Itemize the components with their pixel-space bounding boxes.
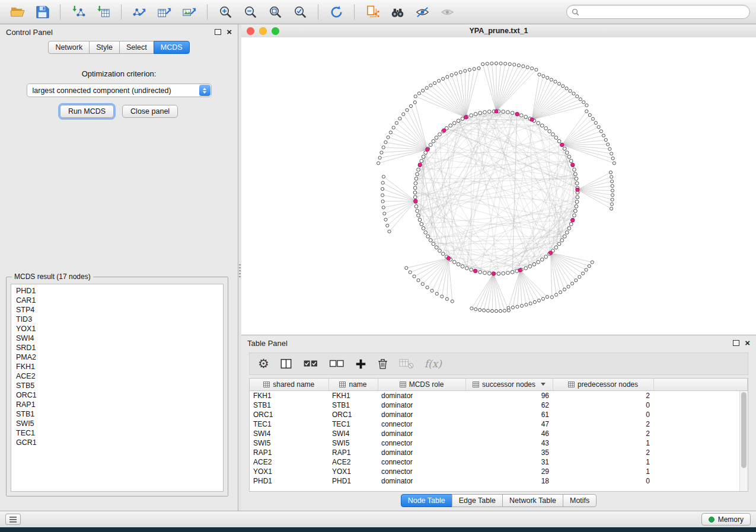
network-canvas[interactable] bbox=[241, 37, 756, 335]
table-row[interactable]: TEC1TEC1connector472 bbox=[250, 419, 748, 429]
tab-mcds[interactable]: MCDS bbox=[154, 41, 190, 54]
show-columns-button[interactable] bbox=[280, 358, 292, 370]
zoom-out-button[interactable] bbox=[239, 2, 261, 21]
save-session-button[interactable] bbox=[31, 2, 53, 21]
import-table-icon bbox=[96, 5, 111, 20]
close-panel-button[interactable]: Close panel bbox=[122, 105, 178, 118]
table-scrollbar-thumb[interactable] bbox=[741, 392, 747, 468]
gear-icon: ⚙ bbox=[258, 358, 269, 370]
minimize-window-button[interactable] bbox=[259, 27, 267, 35]
hide-graphics-details-button[interactable] bbox=[411, 2, 433, 21]
column-header-name[interactable]: name bbox=[328, 379, 378, 390]
memory-label: Memory bbox=[718, 515, 744, 524]
mcds-result-item[interactable]: ACE2 bbox=[11, 371, 223, 381]
column-header-mcds-role[interactable]: MCDS role bbox=[378, 379, 465, 390]
select-all-button[interactable] bbox=[303, 358, 318, 370]
mcds-result-item[interactable]: TEC1 bbox=[11, 428, 223, 438]
memory-button[interactable]: Memory bbox=[701, 513, 751, 525]
mcds-result-item[interactable]: YOX1 bbox=[11, 324, 223, 334]
table-row[interactable]: ACE2ACE2connector311 bbox=[250, 457, 748, 467]
table-row[interactable]: SWI5SWI5connector431 bbox=[250, 438, 748, 448]
network-canvas-svg[interactable] bbox=[241, 37, 756, 335]
clone-network-button[interactable] bbox=[361, 2, 384, 21]
show-graphics-details-button[interactable] bbox=[436, 2, 458, 21]
zoom-fit-icon bbox=[268, 5, 283, 20]
table-row[interactable]: PHD1PHD1dominator180 bbox=[250, 476, 748, 486]
mcds-result-item[interactable]: STB5 bbox=[11, 381, 223, 390]
mcds-result-item[interactable]: CAR1 bbox=[11, 296, 223, 305]
close-window-button[interactable] bbox=[247, 27, 254, 35]
first-neighbors-button[interactable] bbox=[386, 2, 409, 21]
mcds-result-item[interactable]: STP4 bbox=[11, 305, 223, 315]
mcds-result-item[interactable]: SWI4 bbox=[11, 334, 223, 343]
criterion-dropdown[interactable]: largest connected component (undirected) bbox=[27, 84, 212, 97]
tab-select[interactable]: Select bbox=[119, 41, 154, 54]
mcds-result-item[interactable]: STB1 bbox=[11, 409, 223, 419]
export-table-button[interactable] bbox=[153, 2, 176, 21]
table-row[interactable]: STB1STB1dominator620 bbox=[250, 400, 748, 410]
table-row[interactable]: YOX1YOX1connector291 bbox=[250, 467, 748, 476]
window-controls bbox=[247, 27, 279, 35]
mcds-result-item[interactable]: SWI5 bbox=[11, 419, 223, 428]
save-icon bbox=[35, 5, 50, 20]
close-table-panel-icon[interactable]: × bbox=[745, 340, 750, 346]
refresh-button[interactable] bbox=[325, 2, 347, 21]
table-settings-button[interactable]: ⚙ bbox=[258, 358, 269, 370]
mcds-result-item[interactable]: ORC1 bbox=[11, 390, 223, 400]
task-history-button[interactable] bbox=[5, 514, 21, 525]
column-header-successor-nodes[interactable]: successor nodes bbox=[465, 379, 553, 390]
column-header-shared-name[interactable]: shared name bbox=[250, 379, 328, 390]
control-panel: Control Panel × Network Style Select MCD… bbox=[0, 24, 238, 511]
node-table-body: FKH1FKH1dominator962STB1STB1dominator620… bbox=[250, 390, 748, 486]
add-row-button[interactable] bbox=[355, 358, 366, 370]
tab-network-table[interactable]: Network Table bbox=[502, 494, 563, 507]
binoculars-icon bbox=[390, 5, 405, 20]
table-scrollbar[interactable] bbox=[739, 391, 748, 491]
zoom-selected-button[interactable] bbox=[289, 2, 311, 21]
import-network-icon bbox=[71, 5, 86, 20]
mcds-result-item[interactable]: GCR1 bbox=[11, 438, 223, 447]
delete-row-button[interactable] bbox=[377, 358, 388, 370]
maximize-window-button[interactable] bbox=[272, 27, 279, 35]
toolbar-separator bbox=[318, 4, 318, 20]
table-row[interactable]: FKH1FKH1dominator962 bbox=[250, 390, 748, 400]
disabled-table-button bbox=[399, 358, 414, 370]
close-panel-icon[interactable]: × bbox=[227, 29, 232, 35]
float-table-panel-icon[interactable] bbox=[733, 340, 739, 346]
run-mcds-button[interactable]: Run MCDS bbox=[60, 105, 114, 118]
tab-node-table[interactable]: Node Table bbox=[401, 494, 452, 507]
table-row[interactable]: SWI4SWI4dominator462 bbox=[250, 429, 748, 438]
mcds-result-list[interactable]: PHD1CAR1STP4TID3YOX1SWI4SRD1PMA2FKH1ACE2… bbox=[11, 284, 224, 492]
column-type-icon bbox=[263, 382, 270, 387]
tab-style[interactable]: Style bbox=[89, 41, 120, 54]
open-file-button[interactable] bbox=[6, 2, 28, 21]
search-box[interactable] bbox=[566, 5, 750, 19]
mcds-result-item[interactable]: FKH1 bbox=[11, 362, 223, 371]
mcds-result-item[interactable]: TID3 bbox=[11, 315, 223, 324]
eye-icon bbox=[440, 5, 455, 20]
column-type-icon bbox=[473, 382, 479, 387]
mcds-result-item[interactable]: PHD1 bbox=[11, 286, 223, 296]
network-window-titlebar[interactable]: YPA_prune.txt_1 bbox=[241, 24, 756, 38]
mcds-result-item[interactable]: PMA2 bbox=[11, 352, 223, 362]
table-row[interactable]: ORC1ORC1dominator610 bbox=[250, 410, 748, 419]
mcds-result-group: MCDS result (17 nodes) PHD1CAR1STP4TID3Y… bbox=[6, 277, 228, 496]
zoom-fit-button[interactable] bbox=[264, 2, 286, 21]
mcds-result-item[interactable]: RAP1 bbox=[11, 400, 223, 409]
tab-network[interactable]: Network bbox=[48, 41, 90, 54]
import-table-button[interactable] bbox=[92, 2, 114, 21]
tab-motifs[interactable]: Motifs bbox=[563, 494, 596, 507]
float-panel-icon[interactable] bbox=[215, 29, 221, 35]
tab-edge-table[interactable]: Edge Table bbox=[452, 494, 503, 507]
column-type-icon bbox=[339, 382, 346, 387]
unselect-all-button[interactable] bbox=[329, 358, 344, 370]
network-window-title: YPA_prune.txt_1 bbox=[469, 27, 528, 35]
export-network-button[interactable] bbox=[128, 2, 151, 21]
export-image-button[interactable] bbox=[178, 2, 200, 21]
search-input[interactable] bbox=[582, 7, 745, 17]
import-network-button[interactable] bbox=[67, 2, 90, 21]
zoom-in-button[interactable] bbox=[214, 2, 237, 21]
column-header-predecessor-nodes[interactable]: predecessor nodes bbox=[553, 379, 653, 390]
mcds-result-item[interactable]: SRD1 bbox=[11, 343, 223, 352]
table-row[interactable]: RAP1RAP1dominator352 bbox=[250, 448, 748, 457]
